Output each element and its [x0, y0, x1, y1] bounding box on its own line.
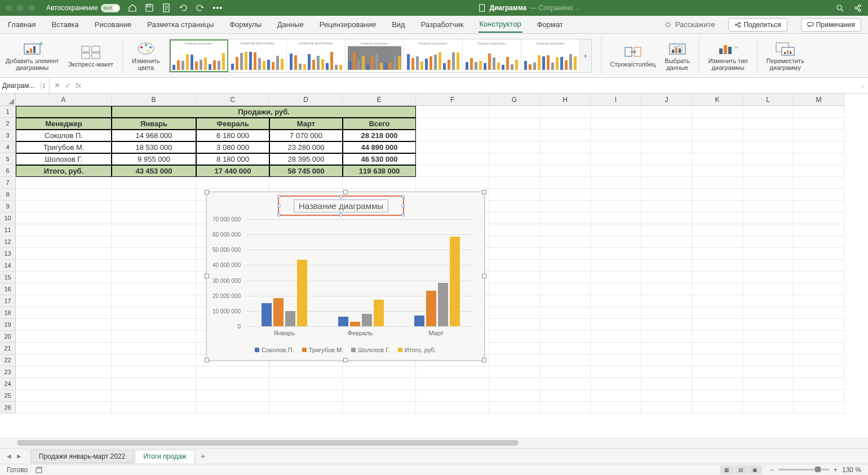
cell-I12[interactable]	[591, 236, 641, 248]
cell-M3[interactable]	[794, 130, 844, 141]
legend-item[interactable]: Тригубов М.	[302, 347, 344, 353]
tab-формулы[interactable]: Формулы	[228, 17, 263, 32]
legend-item[interactable]: Шолохов Г.	[351, 347, 390, 353]
cell-I25[interactable]	[591, 390, 641, 402]
cell-D26[interactable]	[269, 402, 343, 414]
cell-A25[interactable]	[16, 390, 112, 402]
cell-G8[interactable]	[489, 189, 540, 201]
cell-G3[interactable]	[489, 130, 540, 141]
cell-I22[interactable]	[591, 354, 641, 366]
cell-B2[interactable]: Январь	[112, 118, 196, 130]
chart-bar[interactable]	[426, 291, 436, 326]
cell-D6[interactable]: 58 745 000	[269, 165, 343, 177]
chart-resize-handle[interactable]	[343, 190, 348, 194]
cell-F1[interactable]	[416, 106, 489, 118]
chart-resize-handle[interactable]	[343, 358, 348, 362]
autosave-toggle[interactable]: Автосохранение ВКЛ.	[46, 4, 120, 12]
cell-I6[interactable]	[591, 165, 641, 177]
row-header-24[interactable]: 24	[0, 378, 16, 390]
cell-M17[interactable]	[794, 295, 844, 307]
cell-J23[interactable]	[641, 366, 692, 378]
cell-E23[interactable]	[343, 366, 416, 378]
select-all-cell[interactable]	[0, 94, 16, 106]
col-header-C[interactable]: C	[196, 94, 269, 106]
cell-C24[interactable]	[196, 378, 269, 390]
tab-главная[interactable]: Главная	[7, 17, 37, 32]
chart-title-text[interactable]: Название диаграммы	[294, 199, 388, 212]
cell-M14[interactable]	[794, 260, 844, 272]
cell-K20[interactable]	[692, 331, 743, 343]
cell-L11[interactable]	[743, 224, 794, 236]
window-controls[interactable]	[6, 5, 35, 11]
cell-C4[interactable]: 3 080 000	[196, 141, 269, 153]
cell-L5[interactable]	[743, 153, 794, 165]
cell-M2[interactable]	[794, 118, 844, 130]
col-header-I[interactable]: I	[591, 94, 641, 106]
cell-D2[interactable]: Март	[269, 118, 343, 130]
cell-K4[interactable]	[692, 141, 743, 153]
cell-J6[interactable]	[641, 165, 692, 177]
cell-A7[interactable]	[16, 177, 112, 189]
cell-B26[interactable]	[112, 402, 196, 414]
cell-L26[interactable]	[743, 402, 794, 414]
cell-B11[interactable]	[112, 224, 196, 236]
sheet-tab[interactable]: Продажи январь-март 2022	[30, 450, 134, 463]
cell-M12[interactable]	[794, 236, 844, 248]
cell-J13[interactable]	[641, 248, 692, 260]
cell-H15[interactable]	[540, 272, 591, 283]
cell-G12[interactable]	[489, 236, 540, 248]
cell-J4[interactable]	[641, 141, 692, 153]
tab-формат[interactable]: Формат	[536, 17, 564, 32]
row-header-22[interactable]: 22	[0, 354, 16, 366]
sheet-prev-icon[interactable]: ◀	[5, 452, 14, 461]
cell-L18[interactable]	[743, 307, 794, 319]
cell-G24[interactable]	[489, 378, 540, 390]
search-icon[interactable]	[835, 3, 844, 12]
legend-item[interactable]: Итого, руб.	[398, 347, 436, 353]
cell-L14[interactable]	[743, 260, 794, 272]
cell-L4[interactable]	[743, 141, 794, 153]
select-data-button[interactable]: Выбрать данные	[665, 41, 689, 71]
cell-L24[interactable]	[743, 378, 794, 390]
cell-B6[interactable]: 43 453 000	[112, 165, 196, 177]
row-header-23[interactable]: 23	[0, 366, 16, 378]
cell-K1[interactable]	[692, 106, 743, 118]
normal-view-button[interactable]: ▦	[720, 465, 734, 474]
cell-B8[interactable]	[112, 189, 196, 201]
cell-I17[interactable]	[591, 295, 641, 307]
cell-I16[interactable]	[591, 283, 641, 295]
row-header-6[interactable]: 6	[0, 165, 16, 177]
cell-A14[interactable]	[16, 260, 112, 272]
cell-K6[interactable]	[692, 165, 743, 177]
autosave-switch[interactable]: ВКЛ.	[101, 4, 120, 12]
chart-plot-area[interactable]	[246, 219, 474, 326]
cell-H24[interactable]	[540, 378, 591, 390]
tab-данные[interactable]: Данные	[276, 17, 305, 32]
cell-I7[interactable]	[591, 177, 641, 189]
switch-row-column-button[interactable]: Строка/столбец	[610, 44, 656, 68]
row-header-14[interactable]: 14	[0, 260, 16, 272]
cell-G20[interactable]	[489, 331, 540, 343]
cell-A10[interactable]	[16, 212, 112, 224]
cell-M23[interactable]	[794, 366, 844, 378]
cell-I19[interactable]	[591, 319, 641, 331]
cell-A23[interactable]	[16, 366, 112, 378]
cell-E26[interactable]	[343, 402, 416, 414]
cell-M25[interactable]	[794, 390, 844, 402]
cell-I1[interactable]	[591, 106, 641, 118]
change-colors-button[interactable]: Изменить цвета	[132, 41, 160, 71]
row-header-25[interactable]: 25	[0, 390, 16, 402]
col-header-H[interactable]: H	[540, 94, 591, 106]
chart-bar[interactable]	[273, 298, 284, 326]
cell-E24[interactable]	[343, 378, 416, 390]
cell-D4[interactable]: 23 280 000	[269, 141, 343, 153]
tab-разметка-страницы[interactable]: Разметка страницы	[146, 17, 215, 32]
cell-J10[interactable]	[641, 212, 692, 224]
row-header-9[interactable]: 9	[0, 201, 16, 212]
cell-K10[interactable]	[692, 212, 743, 224]
cell-C6[interactable]: 17 440 000	[196, 165, 269, 177]
cell-M15[interactable]	[794, 272, 844, 283]
cell-A1[interactable]	[16, 106, 112, 118]
doc-icon[interactable]	[162, 3, 171, 12]
cell-M9[interactable]	[794, 201, 844, 212]
